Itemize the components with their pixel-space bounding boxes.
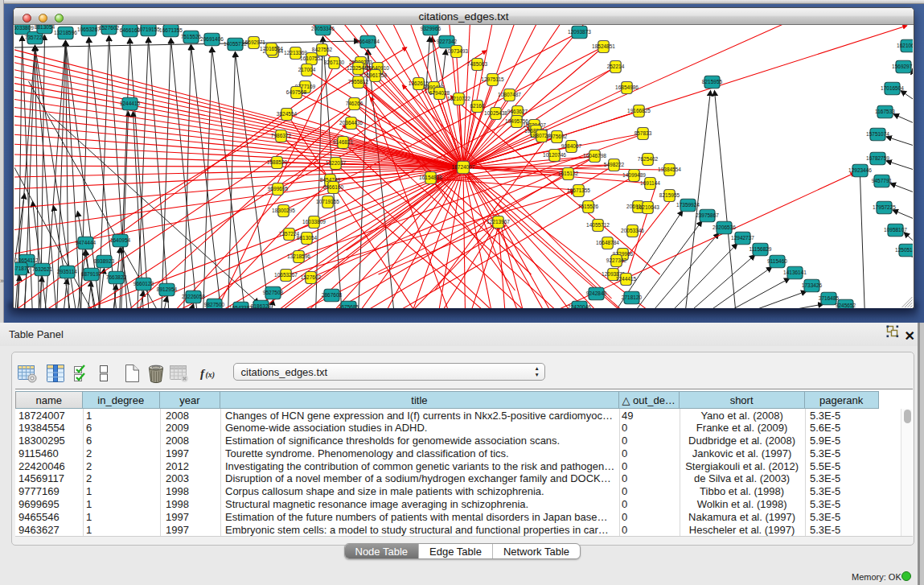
- svg-text:9827500: 9827500: [204, 302, 225, 307]
- svg-text:16107552: 16107552: [300, 56, 323, 61]
- svg-text:9463627: 9463627: [507, 109, 528, 114]
- svg-text:62160: 62160: [470, 103, 484, 109]
- svg-text:17016504: 17016504: [260, 46, 283, 51]
- svg-text:10958107: 10958107: [884, 227, 907, 233]
- svg-text:9084067: 9084067: [561, 143, 582, 149]
- svg-text:14136141: 14136141: [783, 270, 807, 275]
- svg-text:8813054: 8813054: [35, 25, 55, 30]
- svg-text:12975115: 12975115: [481, 76, 504, 82]
- svg-text:16648784: 16648784: [596, 240, 619, 245]
- svg-text:16033809: 16033809: [302, 219, 326, 225]
- svg-text:9457791: 9457791: [872, 178, 893, 183]
- svg-text:9660123: 9660123: [133, 281, 154, 286]
- svg-text:20364436: 20364436: [339, 120, 363, 126]
- svg-text:2867608: 2867608: [322, 292, 343, 298]
- svg-text:14055712: 14055712: [586, 222, 610, 228]
- svg-text:7632621: 7632621: [32, 266, 53, 272]
- svg-text:16154838: 16154838: [419, 175, 442, 180]
- svg-text:16782759: 16782759: [866, 155, 889, 161]
- svg-text:3824554: 3824554: [277, 111, 298, 117]
- svg-text:12923446: 12923446: [848, 167, 872, 173]
- svg-text:16046798: 16046798: [583, 153, 606, 159]
- svg-text:8186328: 8186328: [251, 303, 272, 308]
- svg-text:1322037: 1322037: [326, 160, 347, 166]
- svg-text:7357224: 7357224: [25, 35, 46, 40]
- svg-text:16210643: 16210643: [897, 43, 913, 48]
- svg-text:10653267: 10653267: [77, 27, 101, 32]
- svg-text:8938923: 8938923: [94, 258, 115, 264]
- svg-text:10653267: 10653267: [274, 272, 298, 278]
- svg-text:9227342: 9227342: [437, 39, 458, 44]
- svg-text:19166825: 19166825: [627, 108, 651, 113]
- svg-text:7515526: 7515526: [578, 204, 599, 209]
- svg-text:10719155: 10719155: [316, 199, 339, 204]
- svg-text:7955812: 7955812: [348, 79, 369, 84]
- svg-text:16648784: 16648784: [356, 39, 380, 44]
- svg-text:12213369: 12213369: [284, 50, 307, 56]
- svg-text:8427552: 8427552: [312, 47, 333, 52]
- svg-text:8471876: 8471876: [14, 266, 31, 271]
- svg-text:12505135: 12505135: [895, 247, 913, 253]
- svg-text:1733426: 1733426: [802, 282, 823, 288]
- svg-text:23975867: 23975867: [696, 212, 719, 218]
- svg-text:15692971: 15692971: [242, 39, 265, 45]
- svg-text:6879197: 6879197: [81, 271, 102, 277]
- svg-text:7986372: 7986372: [271, 133, 292, 138]
- svg-text:2718120: 2718120: [622, 295, 643, 300]
- svg-text:16961758: 16961758: [363, 72, 387, 78]
- svg-text:8215955: 8215955: [702, 79, 723, 84]
- svg-text:10807487: 10807487: [498, 92, 521, 97]
- svg-text:9115460: 9115460: [767, 258, 787, 264]
- svg-text:9227342: 9227342: [606, 257, 627, 263]
- svg-text:9699695: 9699695: [268, 186, 289, 192]
- svg-text:18524851: 18524851: [592, 43, 615, 49]
- svg-text:8267130: 8267130: [324, 60, 345, 65]
- svg-text:(x): (x): [206, 370, 216, 380]
- svg-text:6466160: 6466160: [323, 184, 344, 190]
- svg-text:17957225: 17957225: [873, 204, 896, 210]
- svg-text:10120746: 10120746: [543, 152, 566, 158]
- svg-text:5498222: 5498222: [604, 162, 625, 167]
- svg-text:3716485: 3716485: [819, 295, 840, 301]
- svg-text:10025438: 10025438: [484, 110, 507, 116]
- svg-text:1244415: 1244415: [616, 276, 637, 282]
- svg-text:14099489: 14099489: [622, 172, 646, 178]
- svg-text:9329966: 9329966: [421, 26, 441, 31]
- svg-text:2935114: 2935114: [57, 269, 77, 274]
- svg-text:9474444: 9474444: [76, 240, 97, 245]
- svg-text:17359924: 17359924: [676, 202, 700, 208]
- svg-text:12942737: 12942737: [731, 235, 754, 241]
- svg-text:9146821: 9146821: [333, 139, 354, 145]
- svg-text:746266: 746266: [346, 101, 363, 106]
- svg-text:16671355: 16671355: [159, 27, 183, 33]
- svg-text:217004: 217004: [298, 67, 316, 72]
- svg-text:10973493: 10973493: [445, 48, 468, 54]
- svg-text:20053346: 20053346: [311, 26, 335, 31]
- svg-text:12213967: 12213967: [487, 219, 510, 225]
- svg-text:12093873: 12093873: [568, 29, 591, 35]
- svg-text:1167533: 1167533: [875, 109, 895, 114]
- svg-text:857833: 857833: [634, 130, 652, 136]
- svg-text:9527508: 9527508: [263, 290, 284, 295]
- svg-text:13218596: 13218596: [287, 253, 310, 259]
- svg-text:6497568: 6497568: [286, 89, 307, 95]
- svg-text:252214: 252214: [607, 64, 625, 69]
- svg-text:1975692: 1975692: [547, 134, 568, 139]
- svg-text:8215955: 8215955: [659, 192, 680, 198]
- svg-text:1244415: 1244415: [120, 101, 141, 106]
- svg-text:6794028: 6794028: [429, 90, 450, 96]
- svg-text:16210722: 16210722: [447, 96, 470, 101]
- svg-text:20053346: 20053346: [621, 228, 644, 233]
- svg-text:16671355: 16671355: [567, 187, 590, 193]
- svg-text:9242848: 9242848: [586, 290, 607, 296]
- svg-text:8813054: 8813054: [297, 235, 318, 241]
- svg-text:16033809: 16033809: [14, 25, 34, 31]
- svg-text:1691144: 1691144: [640, 180, 660, 186]
- svg-text:18300295: 18300295: [272, 208, 295, 213]
- svg-text:15692971: 15692971: [892, 64, 913, 69]
- svg-text:8912954: 8912954: [157, 286, 178, 292]
- svg-text:20206536: 20206536: [713, 225, 736, 230]
- svg-text:10719155: 10719155: [137, 27, 160, 32]
- svg-text:7515526: 7515526: [181, 34, 202, 39]
- svg-text:23226058: 23226058: [182, 294, 205, 299]
